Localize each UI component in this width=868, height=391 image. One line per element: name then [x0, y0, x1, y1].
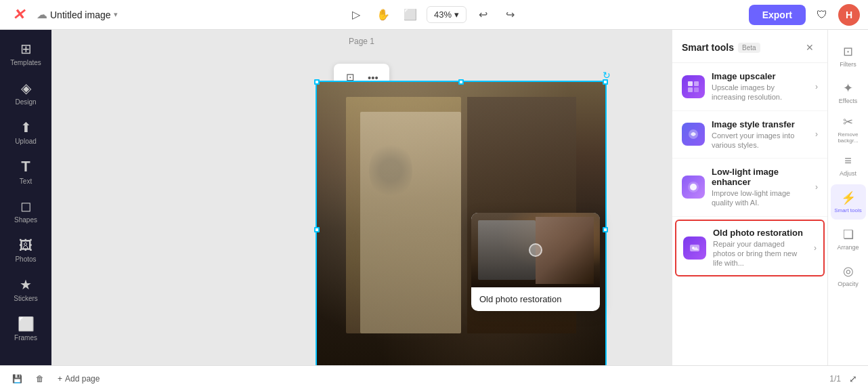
- remove-background-label: Remove backgr...: [831, 131, 866, 144]
- old-photo-restoration-desc: Repair your damaged photos or bring them…: [713, 239, 807, 268]
- smart-tool-item-style-transfer[interactable]: Image style transfer Convert your images…: [672, 111, 827, 159]
- photos-icon: 🖼: [19, 238, 32, 253]
- style-transfer-desc: Convert your images into various styles.: [712, 131, 808, 150]
- shapes-icon: ◻: [20, 198, 32, 214]
- topbar-right: Export 🛡 H: [749, 4, 860, 26]
- right-sidebar-item-filters[interactable]: ⊡ Filters: [831, 38, 866, 73]
- handle-middle-left[interactable]: [314, 227, 320, 232]
- redo-icon: ↪: [506, 8, 515, 21]
- document-title[interactable]: Untitled image: [50, 9, 111, 20]
- right-sidebar-item-arrange[interactable]: ❏ Arrange: [831, 221, 866, 256]
- undo-button[interactable]: ↩: [472, 4, 494, 26]
- smart-tools-icon: ⚡: [841, 190, 856, 205]
- tooltip-label: Old photo restoration: [471, 287, 600, 311]
- hand-icon: ✋: [376, 8, 390, 21]
- image-upscaler-name: Image upscaler: [712, 71, 808, 81]
- svg-rect-0: [688, 81, 693, 86]
- low-light-arrow-icon: ›: [815, 182, 818, 192]
- handle-middle-right[interactable]: [603, 227, 608, 232]
- redo-button[interactable]: ↪: [499, 4, 521, 26]
- smart-tools-header: Smart tools Beta ✕: [672, 30, 827, 63]
- frame-tool-button[interactable]: ⬜: [399, 4, 421, 26]
- svg-rect-1: [694, 81, 699, 86]
- old-photo-restoration-text: Old photo restoration Repair your damage…: [713, 228, 807, 268]
- add-page-label: Add page: [65, 374, 100, 384]
- expand-button[interactable]: ⤢: [846, 371, 860, 387]
- arrange-label: Arrange: [837, 244, 859, 251]
- smart-tools-title-area: Smart tools Beta: [682, 42, 760, 53]
- right-sidebar-item-opacity[interactable]: ◎ Opacity: [831, 258, 866, 293]
- svg-point-6: [688, 182, 699, 192]
- sidebar-item-text[interactable]: T Text: [5, 153, 46, 190]
- image-upscaler-arrow-icon: ›: [815, 82, 818, 91]
- sidebar-item-design[interactable]: ◈ Design: [5, 75, 46, 111]
- export-button[interactable]: Export: [749, 5, 806, 25]
- cloud-icon: ☁: [37, 8, 47, 21]
- topbar-center-tools: ▷ ✋ ⬜ 43% ▾ ↩ ↪: [123, 4, 743, 26]
- image-upscaler-desc: Upscale images by increasing resolution.: [712, 83, 808, 102]
- text-icon: T: [21, 158, 30, 176]
- cursor-icon: ▷: [352, 8, 360, 21]
- style-transfer-arrow-icon: ›: [815, 129, 818, 139]
- rotate-handle[interactable]: ↻: [600, 68, 613, 82]
- upload-icon: ⬆: [20, 119, 32, 136]
- smart-tools-label: Smart tools: [834, 207, 861, 213]
- canvas-area[interactable]: Page 1 ⊡ •••: [51, 30, 672, 365]
- photos-label: Photos: [15, 255, 36, 263]
- image-upscaler-icon: [682, 75, 705, 98]
- sidebar-item-templates[interactable]: ⊞ Templates: [5, 35, 46, 72]
- old-photo-restoration-icon: [683, 236, 706, 260]
- delete-page-button[interactable]: 🗑: [32, 371, 48, 386]
- smart-tools-title: Smart tools: [682, 42, 734, 53]
- style-transfer-icon: [682, 123, 705, 146]
- undo-icon: ↩: [479, 8, 487, 21]
- hand-tool-button[interactable]: ✋: [372, 4, 394, 26]
- right-sidebar-item-adjust[interactable]: ≡ Adjust: [831, 148, 866, 183]
- handle-top-left[interactable]: [314, 79, 320, 85]
- sidebar-item-stickers[interactable]: ★ Stickers: [5, 271, 46, 308]
- design-icon: ◈: [21, 80, 31, 96]
- sidebar-item-photos[interactable]: 🖼 Photos: [5, 232, 46, 268]
- low-light-text: Low-light image enhancer Improve low-lig…: [712, 167, 808, 208]
- effects-label: Effects: [839, 98, 857, 104]
- opacity-icon: ◎: [843, 264, 854, 279]
- title-chevron-icon[interactable]: ▾: [114, 10, 118, 19]
- logo-icon: ✕: [12, 6, 24, 24]
- save-page-icon: 💾: [12, 374, 22, 384]
- sidebar-item-frames[interactable]: ⬜ Frames: [5, 310, 46, 347]
- right-sidebar-item-remove-background[interactable]: ✂ Remove backgr...: [831, 111, 866, 146]
- page-label: Page 1: [349, 37, 374, 46]
- text-label: Text: [20, 178, 32, 185]
- old-photo-restoration-name: Old photo restoration: [713, 228, 807, 238]
- remove-background-icon: ✂: [843, 115, 853, 129]
- right-sidebar-item-effects[interactable]: ✦ Effects: [831, 75, 866, 110]
- smart-tools-close-button[interactable]: ✕: [802, 39, 818, 56]
- logo: ✕: [8, 5, 28, 25]
- smart-tool-item-image-upscaler[interactable]: Image upscaler Upscale images by increas…: [672, 63, 827, 111]
- handle-top-middle[interactable]: [458, 79, 464, 85]
- right-sidebar: ⊡ Filters ✦ Effects ✂ Remove backgr... ≡…: [827, 30, 868, 365]
- cursor-tool-button[interactable]: ▷: [345, 4, 367, 26]
- zoom-level: 43%: [434, 9, 452, 20]
- sidebar-item-upload[interactable]: ⬆ Upload: [5, 114, 46, 150]
- smart-tool-item-low-light[interactable]: Low-light image enhancer Improve low-lig…: [672, 159, 827, 217]
- add-page-button[interactable]: + Add page: [53, 371, 104, 386]
- right-sidebar-item-smart-tools[interactable]: ⚡ Smart tools: [831, 184, 866, 220]
- sidebar-item-shapes[interactable]: ◻ Shapes: [5, 192, 46, 229]
- svg-rect-2: [688, 87, 693, 92]
- smart-tools-panel: Smart tools Beta ✕ Image upscaler Upscal…: [672, 30, 827, 365]
- opacity-label: Opacity: [838, 281, 859, 287]
- low-light-name: Low-light image enhancer: [712, 167, 808, 187]
- left-sidebar: ⊞ Templates ◈ Design ⬆ Upload T Text ◻ S…: [0, 30, 51, 365]
- templates-label: Templates: [10, 59, 41, 66]
- shield-button[interactable]: 🛡: [811, 4, 833, 26]
- zoom-control[interactable]: 43% ▾: [427, 6, 466, 23]
- expand-icon: ⤢: [849, 373, 857, 384]
- smart-tool-item-old-photo-restoration[interactable]: Old photo restoration Repair your damage…: [675, 220, 825, 276]
- adjust-icon: ≡: [844, 154, 852, 168]
- style-transfer-text: Image style transfer Convert your images…: [712, 119, 808, 150]
- avatar-button[interactable]: H: [838, 4, 860, 26]
- save-page-button[interactable]: 💾: [8, 371, 26, 386]
- shield-icon: 🛡: [817, 9, 827, 21]
- topbar: ✕ ☁ Untitled image ▾ ▷ ✋ ⬜ 43% ▾ ↩ ↪ Exp…: [0, 0, 868, 30]
